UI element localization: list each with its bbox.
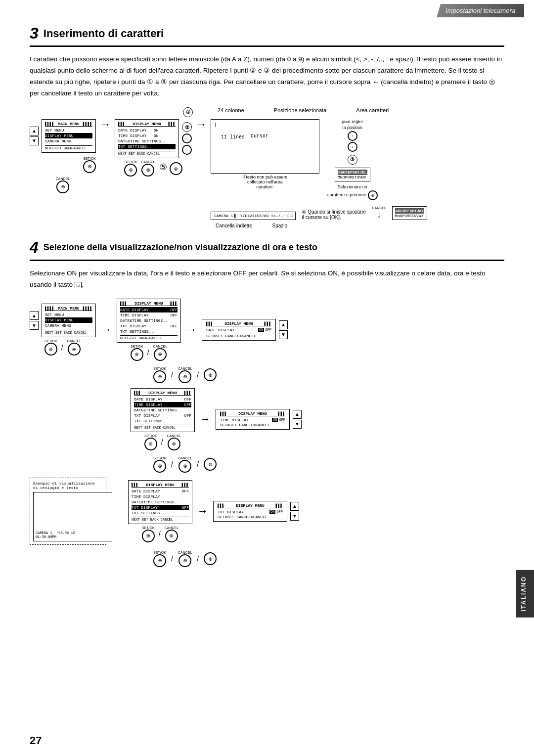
text-display-col: | 11 lines Cursor Il testo non può esser bbox=[211, 119, 504, 228]
set-menu-item: SET MENU bbox=[45, 128, 92, 133]
step5-area: ⑤ ◎ bbox=[159, 162, 182, 176]
s4-up-r3[interactable]: ▲ bbox=[290, 502, 299, 511]
section4-diagram: ▲ ▼ ▌▌▌▌MAIN MENU▌▌▌▌ SET MENU DISPLAY M… bbox=[30, 299, 504, 567]
lines-label: 11 lines bbox=[221, 134, 245, 140]
setok-sel[interactable]: ◎ bbox=[368, 190, 378, 200]
top-labels: 24 colonne Posizione selezionata Area ca… bbox=[218, 107, 389, 113]
up-arrow[interactable]: ▲ bbox=[30, 127, 39, 135]
bottom-labels: Cancella indietro Spazio bbox=[216, 223, 287, 228]
section3-diagram: ① 24 colonne Posizione selezionata Area … bbox=[30, 107, 504, 228]
spazio-label: Spazio bbox=[272, 223, 288, 228]
s4-date-menu: ▌▌▌DISPLAY MENU▌▌▌ DATE DISPLAYOFF TIME … bbox=[117, 299, 181, 343]
section3-number: 3 bbox=[30, 24, 39, 43]
section4-title: Selezione della visualizzazione/non visu… bbox=[44, 242, 317, 253]
s4-mid-cancel1[interactable]: ◎ bbox=[178, 370, 191, 383]
section4-heading: 4 Selezione della visualizzazione/non vi… bbox=[30, 238, 504, 261]
header-title: Impostazioni telecamera bbox=[445, 7, 515, 14]
s4-txt-menu: ▌▌▌DISPLAY MENU▌▌▌ DATE DISPLAYOFF TIME … bbox=[128, 480, 192, 524]
s4-main-menu: ▌▌▌▌MAIN MENU▌▌▌▌ SET MENU DISPLAY MENU … bbox=[42, 304, 96, 337]
camera-char-row: CAMERA 1▐ YZO123456789 <>-/.: □□ bbox=[211, 212, 296, 220]
cursor-indicator: | bbox=[214, 123, 217, 128]
s4-final-setok[interactable]: ◎ bbox=[153, 554, 166, 567]
s4-cancel1[interactable]: ◎ bbox=[68, 343, 81, 356]
s4-setok-time[interactable]: ◎ bbox=[144, 438, 157, 450]
nav-knob-down[interactable]: ↓ bbox=[182, 145, 192, 155]
txt-display-box: | 11 lines Cursor bbox=[211, 119, 319, 174]
cancel-knob2[interactable]: ◎ bbox=[141, 164, 154, 177]
selezionare-label: Selezionare uncarattere e premere ◎ bbox=[327, 184, 378, 201]
nav2-up[interactable]: ↑ bbox=[348, 131, 357, 141]
page-header: Impostazioni telecamera bbox=[0, 0, 534, 19]
s4-down-r3[interactable]: ▼ bbox=[290, 512, 299, 521]
nav-knob-up[interactable]: ↑ bbox=[182, 133, 192, 143]
italiano-side-tab: ITALIANO bbox=[516, 570, 534, 618]
s4-arrow4: → bbox=[197, 506, 208, 517]
display-menu-title: ▌▌▌DISPLAY MENU▌▌▌ bbox=[118, 122, 176, 127]
s4-up1[interactable]: ▲ bbox=[30, 311, 39, 320]
side-label: ITALIANO bbox=[520, 576, 527, 612]
pour-regler: pour régler bbox=[342, 119, 363, 124]
s4-down-r2[interactable]: ▼ bbox=[293, 420, 302, 429]
setok-knob1[interactable]: ◎ bbox=[83, 160, 96, 173]
s4-mid-setok1[interactable]: ◎ bbox=[153, 370, 166, 383]
s4-setok-txt[interactable]: ◎ bbox=[142, 530, 155, 542]
nav-arrows: ▲ ▼ bbox=[30, 127, 39, 145]
s4-down-r1[interactable]: ▼ bbox=[279, 330, 288, 339]
s4-mid-knob3[interactable]: ◎ bbox=[204, 368, 217, 381]
not-placeable-text: Il testo non può esserecollocato nell'ar… bbox=[211, 175, 319, 189]
step2-circle: ② bbox=[182, 122, 192, 132]
s4-nav-result1: ▲ ▼ bbox=[279, 320, 288, 339]
setok-knob2[interactable]: ◎ bbox=[124, 164, 137, 177]
s4-final-cancel[interactable]: ◎ bbox=[178, 554, 191, 567]
s4-final-knob[interactable]: ◎ bbox=[204, 552, 217, 565]
s4-mid-setok2[interactable]: ◎ bbox=[153, 460, 166, 473]
main-menu-footer: NEXT→SET BACK→CANCEL bbox=[45, 145, 92, 150]
s4-arrow1: → bbox=[101, 324, 112, 335]
setok-label2: SET/OK bbox=[124, 160, 137, 164]
s4-final-knobs: SET/OK ◎ / CANCEL ◎ / ◎ bbox=[153, 551, 504, 567]
camera-menu-item: CAMERA MENU bbox=[45, 138, 92, 144]
step4-label: ④ Quando si finisce spostare il cursore … bbox=[302, 209, 366, 220]
s4-time-menu: ▌▌▌DISPLAY MENU▌▌▌ DATE DISPLAYOFF TIME … bbox=[131, 388, 195, 432]
s4-up-r2[interactable]: ▲ bbox=[293, 410, 302, 419]
cancel-label3: CANCEL bbox=[372, 206, 386, 210]
diagram-main-row: ▲ ▼ ▌▌▌▌MAIN MENU▌▌▌▌ SET MENU DISPLAY M… bbox=[30, 119, 504, 228]
s4-mid-knob4[interactable]: ◎ bbox=[204, 458, 217, 471]
setok-label1: SET/OK bbox=[83, 157, 96, 160]
s4-cancel-date[interactable]: ◎ bbox=[154, 348, 167, 361]
pos-sel-label: Posizione selezionata bbox=[274, 107, 326, 113]
s4-row3: Esempio di visualizzazionedi orologio e … bbox=[30, 478, 504, 545]
cancella-label: Cancella indietro bbox=[216, 223, 253, 228]
char-set-box1: ABCDEFGHIJKL MNOPORSTUVWX bbox=[335, 168, 370, 181]
s4-down1[interactable]: ▼ bbox=[30, 321, 39, 330]
header-tab: Impostazioni telecamera bbox=[437, 4, 524, 17]
s4-nav1: ▲ ▼ bbox=[30, 311, 39, 330]
main-content: 3 Inserimento di caratteri I caratteri c… bbox=[0, 19, 534, 592]
section3-title: Inserimento di caratteri bbox=[44, 27, 164, 40]
la-position: la position bbox=[343, 125, 363, 130]
s4-cancel-time[interactable]: ◎ bbox=[168, 438, 180, 450]
main-menu-title: ▌▌▌▌MAIN MENU▌▌▌▌ bbox=[45, 122, 92, 127]
display-menu-col: ▌▌▌DISPLAY MENU▌▌▌ DATE DISPLAY ON TIME … bbox=[115, 119, 192, 177]
section3-heading: 3 Inserimento di caratteri bbox=[30, 24, 504, 47]
display-menu-box: ▌▌▌DISPLAY MENU▌▌▌ DATE DISPLAY ON TIME … bbox=[115, 119, 179, 158]
arrow1: → bbox=[100, 119, 111, 130]
setok-knob5[interactable]: ◎ bbox=[170, 162, 182, 175]
s4-setok-date[interactable]: ◎ bbox=[131, 348, 143, 361]
main-menu-box: ▌▌▌▌MAIN MENU▌▌▌▌ SET MENU DISPLAY MENU … bbox=[42, 119, 96, 153]
cam-display: CAMERA 1 '00.06.12 01:30:00PM bbox=[33, 492, 112, 541]
s4-cancel-txt[interactable]: ◎ bbox=[165, 530, 178, 542]
nav2-down[interactable]: ↓ bbox=[348, 142, 357, 152]
s4-mid-cancel2[interactable]: ◎ bbox=[178, 460, 191, 473]
s4-time-result: ▌▌▌DISPLAY MENU▌▌▌ TIME DISPLAY ON OFF S… bbox=[216, 409, 302, 430]
page-number: 27 bbox=[30, 734, 42, 747]
down-arrow[interactable]: ▼ bbox=[30, 136, 39, 145]
step3-circle: ③ bbox=[348, 155, 357, 165]
left-column: ▲ ▼ ▌▌▌▌MAIN MENU▌▌▌▌ SET MENU DISPLAY M… bbox=[30, 119, 96, 193]
s4-up-r1[interactable]: ▲ bbox=[279, 320, 288, 329]
cancel-knob1[interactable]: ◎ bbox=[56, 180, 69, 193]
s4-mid-knobs2: SET/OK ◎ / CANCEL ◎ / ◎ bbox=[153, 456, 504, 473]
down-arrow-cancel: ↓ bbox=[377, 210, 381, 220]
example-box: Esempio di visualizzazionedi orologio e … bbox=[30, 478, 106, 545]
s4-setok1[interactable]: ◎ bbox=[44, 343, 57, 356]
